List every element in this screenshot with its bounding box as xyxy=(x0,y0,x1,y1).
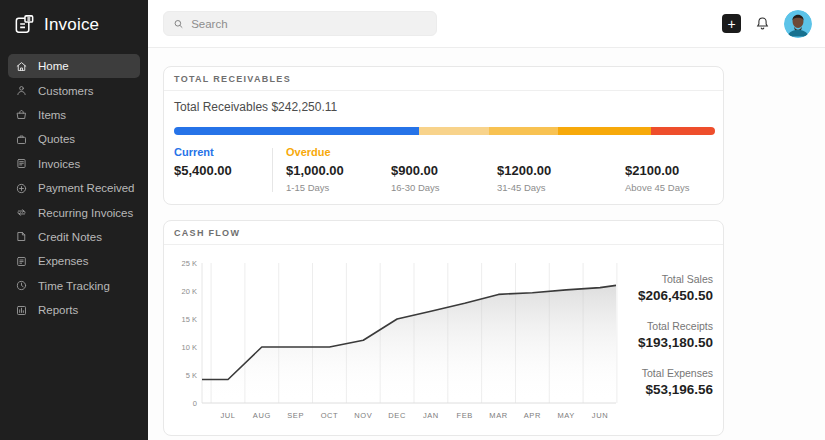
aging-amount: $900.00 xyxy=(391,163,438,178)
avatar-image xyxy=(784,10,812,38)
sidebar-item-reports[interactable]: Reports xyxy=(8,298,140,322)
invoice-logo-icon xyxy=(13,13,36,36)
sidebar-item-label: Reports xyxy=(38,304,78,316)
sidebar: Invoice HomeCustomersItemsQuotesInvoices… xyxy=(0,0,148,440)
payment-received-icon xyxy=(15,182,28,195)
sidebar-item-invoices[interactable]: Invoices xyxy=(8,152,140,176)
main-area: + xyxy=(148,0,825,440)
reports-icon xyxy=(15,304,28,317)
svg-text:5 K: 5 K xyxy=(186,371,197,380)
sidebar-item-label: Customers xyxy=(38,85,94,97)
aging-period-label: 31-45 Days xyxy=(497,182,546,193)
summary-total-receipts: Total Receipts$193,180.50 xyxy=(618,320,713,350)
receivables-aging-bar xyxy=(174,127,715,135)
svg-text:FEB: FEB xyxy=(457,411,473,420)
aging-heading: Overdue xyxy=(286,146,331,158)
summary-total-sales: Total Sales$206,450.50 xyxy=(618,273,713,303)
summary-label: Total Receipts xyxy=(618,320,713,332)
sidebar-item-home[interactable]: Home xyxy=(8,54,140,78)
receivables-aging-stats: Current$5,400.00Overdue$1,000.001-15 Day… xyxy=(174,146,715,194)
sidebar-item-quotes[interactable]: Quotes xyxy=(8,127,140,151)
notifications-button[interactable] xyxy=(754,15,771,32)
svg-text:DEC: DEC xyxy=(388,411,406,420)
aging-amount: $2100.00 xyxy=(625,163,679,178)
sidebar-item-label: Invoices xyxy=(38,158,80,170)
aging-column-2: Overdue$1,000.001-15 Days xyxy=(286,146,331,158)
aging-amount: $5,400.00 xyxy=(174,163,232,178)
svg-text:0: 0 xyxy=(193,399,197,408)
bell-icon xyxy=(754,15,771,32)
svg-text:OCT: OCT xyxy=(321,411,339,420)
app-title: Invoice xyxy=(44,15,99,35)
expenses-icon xyxy=(15,255,28,268)
sidebar-item-label: Payment Received xyxy=(38,182,135,194)
summary-total-expenses: Total Expenses$53,196.56 xyxy=(618,367,713,397)
svg-text:SEP: SEP xyxy=(287,411,304,420)
sidebar-item-items[interactable]: Items xyxy=(8,103,140,127)
sidebar-item-label: Items xyxy=(38,109,66,121)
aging-period-label: 1-15 Days xyxy=(286,182,329,193)
total-receivables-body: Total Receivables $242,250.11 Current$5,… xyxy=(164,91,723,204)
aging-segment-current xyxy=(174,127,419,135)
home-icon xyxy=(15,60,28,73)
cash-flow-chart-svg: 05 K10 K15 K20 K25 KJULAUGSEPOCTNOVDECJA… xyxy=(174,255,618,427)
sidebar-item-payment-received[interactable]: Payment Received xyxy=(8,176,140,200)
svg-text:JUN: JUN xyxy=(592,411,608,420)
sidebar-item-recurring-invoices[interactable]: Recurring Invoices xyxy=(8,200,140,224)
sidebar-item-label: Home xyxy=(38,60,69,72)
quotes-icon xyxy=(15,133,28,146)
summary-value: $193,180.50 xyxy=(618,335,713,350)
total-receivables-card: TOTAL RECEIVABLES Total Receivables $242… xyxy=(163,66,724,205)
cash-flow-summary: Total Sales$206,450.50Total Receipts$193… xyxy=(618,255,713,431)
summary-value: $53,196.56 xyxy=(618,382,713,397)
topbar-actions: + xyxy=(722,10,812,38)
svg-text:APR: APR xyxy=(524,411,541,420)
sidebar-item-credit-notes[interactable]: Credit Notes xyxy=(8,225,140,249)
svg-text:JUL: JUL xyxy=(220,411,235,420)
sidebar-item-label: Recurring Invoices xyxy=(38,207,133,219)
summary-value: $206,450.50 xyxy=(618,288,713,303)
summary-label: Total Expenses xyxy=(618,367,713,379)
summary-label: Total Sales xyxy=(618,273,713,285)
aging-period-label: 16-30 Days xyxy=(391,182,440,193)
aging-segment-overdue-16-30 xyxy=(489,127,558,135)
cash-flow-card: CASH FLOW 05 K10 K15 K20 K25 KJULAUGSEPO… xyxy=(163,220,724,436)
cash-flow-title: CASH FLOW xyxy=(164,221,723,245)
aging-period-label: Above 45 Days xyxy=(625,182,689,193)
aging-segment-overdue-above-45 xyxy=(651,127,715,135)
sidebar-item-time-tracking[interactable]: Time Tracking xyxy=(8,274,140,298)
sidebar-item-customers[interactable]: Customers xyxy=(8,78,140,102)
credit-notes-icon xyxy=(15,230,28,243)
sidebar-item-expenses[interactable]: Expenses xyxy=(8,249,140,273)
search-box[interactable] xyxy=(163,11,437,36)
total-receivables-amount: Total Receivables $242,250.11 xyxy=(174,100,713,114)
quick-add-button[interactable]: + xyxy=(722,14,741,33)
topbar: + xyxy=(148,0,825,48)
sidebar-item-label: Expenses xyxy=(38,255,89,267)
invoices-icon xyxy=(15,157,28,170)
aging-heading: Current xyxy=(174,146,214,158)
svg-text:15 K: 15 K xyxy=(182,315,197,324)
svg-text:NOV: NOV xyxy=(354,411,372,420)
time-tracking-icon xyxy=(15,279,28,292)
recurring-invoices-icon xyxy=(15,206,28,219)
user-avatar[interactable] xyxy=(784,10,812,38)
cash-flow-chart: 05 K10 K15 K20 K25 KJULAUGSEPOCTNOVDECJA… xyxy=(174,255,618,431)
aging-amount: $1200.00 xyxy=(497,163,551,178)
app-logo: Invoice xyxy=(0,0,148,50)
svg-text:MAY: MAY xyxy=(557,411,575,420)
sidebar-nav: HomeCustomersItemsQuotesInvoicesPayment … xyxy=(0,54,148,322)
aging-segment-overdue-31-45 xyxy=(558,127,651,135)
aging-segment-overdue-1-15 xyxy=(419,127,489,135)
aging-column-1: Current$5,400.00 xyxy=(174,146,214,158)
sidebar-item-label: Credit Notes xyxy=(38,231,102,243)
svg-text:MAR: MAR xyxy=(489,411,507,420)
customers-icon xyxy=(15,84,28,97)
sidebar-item-label: Quotes xyxy=(38,133,75,145)
search-icon xyxy=(173,18,184,30)
sidebar-item-label: Time Tracking xyxy=(38,280,110,292)
app-window: Invoice HomeCustomersItemsQuotesInvoices… xyxy=(0,0,825,440)
aging-amount: $1,000.00 xyxy=(286,163,344,178)
items-icon xyxy=(15,108,28,121)
search-input[interactable] xyxy=(191,18,427,30)
